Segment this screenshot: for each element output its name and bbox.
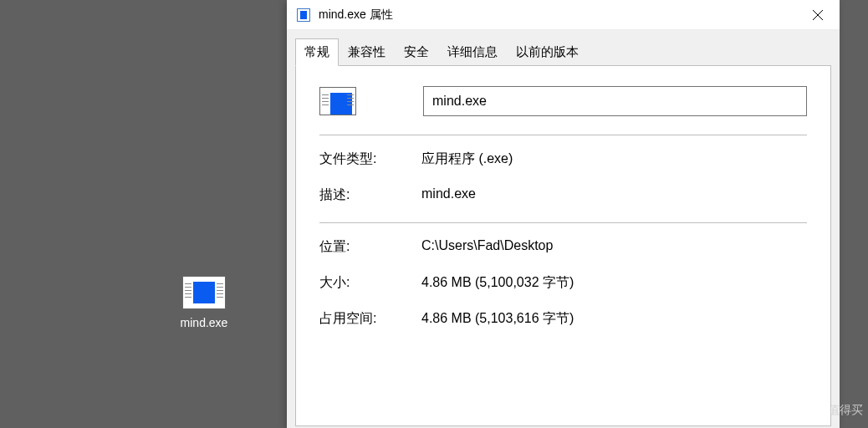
- exe-file-icon: [182, 276, 226, 309]
- window-title: mind.exe 属性: [319, 8, 796, 23]
- filename-input[interactable]: [423, 86, 807, 116]
- value-size-on-disk: 4.86 MB (5,103,616 字节): [421, 310, 574, 328]
- tab-general[interactable]: 常规: [295, 38, 339, 66]
- value-file-type: 应用程序 (.exe): [421, 150, 513, 168]
- label-size-on-disk: 占用空间:: [319, 310, 421, 328]
- tab-security[interactable]: 安全: [395, 38, 438, 65]
- close-button[interactable]: [796, 0, 840, 30]
- close-icon: [812, 9, 824, 21]
- tab-panel-general: 文件类型: 应用程序 (.exe) 描述: mind.exe 位置: C:\Us…: [295, 65, 831, 426]
- titlebar[interactable]: mind.exe 属性: [287, 0, 840, 30]
- client-area: 常规 兼容性 安全 详细信息 以前的版本 文件类型: 应用程序 (.exe) 描…: [287, 30, 840, 428]
- tabstrip: 常规 兼容性 安全 详细信息 以前的版本: [295, 38, 831, 65]
- divider: [319, 222, 807, 223]
- value-size: 4.86 MB (5,100,032 字节): [421, 274, 574, 292]
- file-type-icon: [319, 87, 356, 115]
- label-description: 描述:: [319, 186, 421, 204]
- value-location: C:\Users\Fad\Desktop: [421, 238, 553, 256]
- properties-window: mind.exe 属性 常规 兼容性 安全 详细信息 以前的版本: [287, 0, 840, 428]
- value-description: mind.exe: [421, 186, 476, 204]
- label-file-type: 文件类型:: [319, 150, 421, 168]
- window-icon: [297, 8, 310, 22]
- label-size: 大小:: [319, 274, 421, 292]
- label-location: 位置:: [319, 238, 421, 256]
- tab-previous-versions[interactable]: 以前的版本: [507, 38, 588, 65]
- tab-details[interactable]: 详细信息: [438, 38, 507, 65]
- desktop-file-label: mind.exe: [176, 316, 232, 329]
- divider: [319, 135, 807, 135]
- desktop-file-icon[interactable]: mind.exe: [176, 276, 232, 329]
- tab-compatibility[interactable]: 兼容性: [339, 38, 395, 65]
